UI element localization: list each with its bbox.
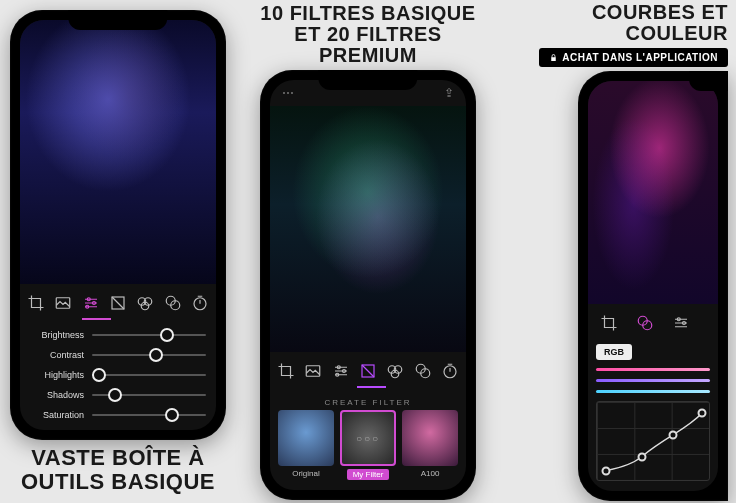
filter-caption: Original	[292, 469, 320, 478]
levels-icon[interactable]	[134, 292, 156, 314]
slider-label: Brightness	[30, 330, 84, 340]
phone-frame: Brightness Contrast Highlights Shadows S…	[10, 10, 226, 440]
filter-thumbnail	[340, 410, 396, 466]
share-icon[interactable]: ⇪	[444, 86, 454, 100]
filter-icon[interactable]	[107, 292, 129, 314]
curves-icon[interactable]	[412, 360, 434, 382]
headline-line: Vaste boîte à	[31, 445, 205, 470]
edited-photo[interactable]	[588, 81, 718, 304]
active-tool-underline	[278, 386, 458, 388]
crop-icon[interactable]	[25, 292, 47, 314]
panel-headline: Vaste boîte à outils basique	[21, 446, 215, 492]
headline-line: 10 filtres basique	[260, 2, 475, 24]
filter-thumbnail	[278, 410, 334, 466]
hue-bar[interactable]	[596, 390, 710, 393]
tool-toolbar	[20, 284, 216, 318]
app-topbar: ⋯ ⇪	[270, 80, 466, 106]
sliders-icon[interactable]	[330, 360, 352, 382]
brightness-slider[interactable]	[92, 334, 206, 336]
promo-panel-basic-tools: Brightness Contrast Highlights Shadows S…	[8, 10, 228, 492]
highlights-slider[interactable]	[92, 374, 206, 376]
curve-point[interactable]	[698, 408, 707, 417]
crop-icon[interactable]	[275, 360, 297, 382]
saturation-slider[interactable]	[92, 414, 206, 416]
slider-row: Brightness	[30, 330, 206, 340]
curves-icon[interactable]	[162, 292, 184, 314]
timer-icon[interactable]	[189, 292, 211, 314]
filter-caption: My Filter	[347, 469, 390, 480]
slider-thumb[interactable]	[165, 408, 179, 422]
channel-selector[interactable]: RGB	[596, 344, 632, 360]
contrast-slider[interactable]	[92, 354, 206, 356]
app-screen: Brightness Contrast Highlights Shadows S…	[20, 20, 216, 430]
slider-label: Shadows	[30, 390, 84, 400]
slider-thumb[interactable]	[160, 328, 174, 342]
curve-point[interactable]	[637, 452, 646, 461]
slider-label: Saturation	[30, 410, 84, 420]
slider-label: Highlights	[30, 370, 84, 380]
edited-photo[interactable]	[20, 20, 216, 284]
promo-panel-filters: 10 filtres basique et 20 filtres premium…	[253, 3, 483, 500]
badge-text: Achat dans l'application	[562, 52, 718, 63]
filter-caption: A100	[421, 469, 440, 478]
curve-line	[597, 402, 709, 480]
filter-my-filter[interactable]: My Filter	[340, 410, 396, 480]
edited-photo[interactable]	[270, 106, 466, 352]
filter-strip-header: CREATE FILTER	[270, 394, 466, 410]
levels-icon[interactable]	[384, 360, 406, 382]
tone-curve[interactable]	[596, 401, 710, 481]
slider-label: Contrast	[30, 350, 84, 360]
filter-a100[interactable]: A100	[402, 410, 458, 480]
tool-toolbar	[588, 304, 718, 338]
phone-frame: RGB	[578, 71, 728, 501]
panel-headline: Courbes et couleur	[508, 2, 728, 44]
iap-badge: Achat dans l'application	[539, 48, 728, 67]
filter-original[interactable]: Original	[278, 410, 334, 480]
headline-line: et 20 filtres premium	[294, 23, 441, 66]
app-screen: RGB	[588, 81, 718, 491]
filter-icon[interactable]	[357, 360, 379, 382]
sliders-icon[interactable]	[670, 312, 692, 334]
phone-frame: ⋯ ⇪ CREATE FILTER Original	[260, 70, 476, 500]
image-icon[interactable]	[52, 292, 74, 314]
slider-row: Contrast	[30, 350, 206, 360]
timer-icon[interactable]	[439, 360, 461, 382]
crop-icon[interactable]	[598, 312, 620, 334]
more-icon[interactable]: ⋯	[282, 86, 294, 100]
tool-toolbar	[270, 352, 466, 386]
curves-panel: RGB	[588, 338, 718, 491]
panel-headline: 10 filtres basique et 20 filtres premium	[253, 3, 483, 66]
filter-thumbnail	[402, 410, 458, 466]
image-icon[interactable]	[302, 360, 324, 382]
slider-thumb[interactable]	[92, 368, 106, 382]
lock-icon	[549, 53, 558, 62]
curves-icon[interactable]	[634, 312, 656, 334]
slider-row: Saturation	[30, 410, 206, 420]
headline-line: outils basique	[21, 469, 215, 494]
app-screen: ⋯ ⇪ CREATE FILTER Original	[270, 80, 466, 490]
slider-thumb[interactable]	[108, 388, 122, 402]
active-tool-underline	[28, 318, 208, 320]
hue-bars	[596, 368, 710, 393]
curve-point[interactable]	[669, 430, 678, 439]
filter-strip[interactable]: Original My Filter A100	[270, 410, 466, 490]
slider-row: Highlights	[30, 370, 206, 380]
shadows-slider[interactable]	[92, 394, 206, 396]
hue-bar[interactable]	[596, 368, 710, 371]
slider-row: Shadows	[30, 390, 206, 400]
curve-point[interactable]	[601, 466, 610, 475]
hue-bar[interactable]	[596, 379, 710, 382]
sliders-icon[interactable]	[80, 292, 102, 314]
adjustment-sliders: Brightness Contrast Highlights Shadows S…	[20, 326, 216, 430]
promo-panel-curves: Courbes et couleur Achat dans l'applicat…	[508, 2, 728, 501]
slider-thumb[interactable]	[149, 348, 163, 362]
